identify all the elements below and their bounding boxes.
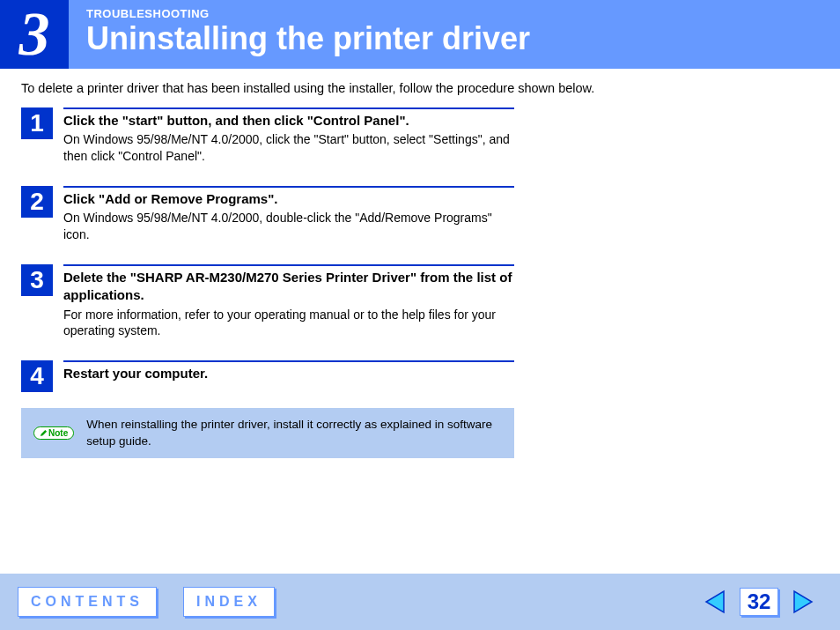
step-title: Click the "start" button, and then click…: [63, 112, 514, 130]
step-number: 3: [21, 264, 53, 296]
step-number: 1: [21, 107, 53, 139]
step-description: On Windows 95/98/Me/NT 4.0/2000, click t…: [63, 131, 514, 165]
arrow-left-icon: [702, 589, 728, 615]
step-title: Restart your computer.: [63, 365, 514, 382]
contents-button[interactable]: CONTENTS: [18, 587, 157, 617]
step-item: 1 Click the "start" button, and then cli…: [21, 107, 514, 165]
page-header: 3 TROUBLESHOOTING Uninstalling the print…: [0, 0, 840, 69]
main-content: To delete a printer driver that has been…: [0, 69, 840, 458]
chapter-number: 3: [0, 0, 69, 69]
step-description: For more information, refer to your oper…: [63, 307, 514, 340]
step-body: Delete the "SHARP AR-M230/M270 Series Pr…: [63, 264, 514, 339]
header-text-block: TROUBLESHOOTING Uninstalling the printer…: [69, 0, 530, 69]
step-number: 4: [21, 360, 53, 392]
step-body: Click "Add or Remove Programs". On Windo…: [63, 186, 514, 243]
step-number: 2: [21, 186, 53, 218]
svg-marker-1: [794, 591, 812, 612]
page-number: 32: [740, 588, 778, 616]
next-page-button[interactable]: [787, 586, 819, 618]
footer-bar: CONTENTS INDEX 32: [0, 574, 840, 630]
pencil-icon: [40, 429, 48, 437]
prev-page-button[interactable]: [699, 586, 731, 618]
index-button[interactable]: INDEX: [183, 587, 275, 617]
step-body: Click the "start" button, and then click…: [63, 107, 514, 165]
step-title: Delete the "SHARP AR-M230/M270 Series Pr…: [63, 269, 514, 305]
note-badge: Note: [33, 426, 74, 440]
svg-marker-0: [706, 591, 724, 612]
note-text: When reinstalling the printer driver, in…: [86, 417, 502, 448]
step-item: 4 Restart your computer.: [21, 360, 514, 392]
note-box: Note When reinstalling the printer drive…: [21, 408, 514, 457]
arrow-right-icon: [790, 589, 816, 615]
step-description: On Windows 95/98/Me/NT 4.0/2000, double-…: [63, 210, 514, 243]
intro-text: To delete a printer driver that has been…: [21, 81, 819, 95]
steps-list: 1 Click the "start" button, and then cli…: [21, 107, 514, 392]
step-title: Click "Add or Remove Programs".: [63, 190, 514, 208]
note-badge-label: Note: [48, 428, 68, 438]
step-item: 3 Delete the "SHARP AR-M230/M270 Series …: [21, 264, 514, 339]
section-label: TROUBLESHOOTING: [86, 7, 530, 20]
page-title: Uninstalling the printer driver: [86, 20, 530, 57]
step-item: 2 Click "Add or Remove Programs". On Win…: [21, 186, 514, 243]
step-body: Restart your computer.: [63, 360, 514, 392]
